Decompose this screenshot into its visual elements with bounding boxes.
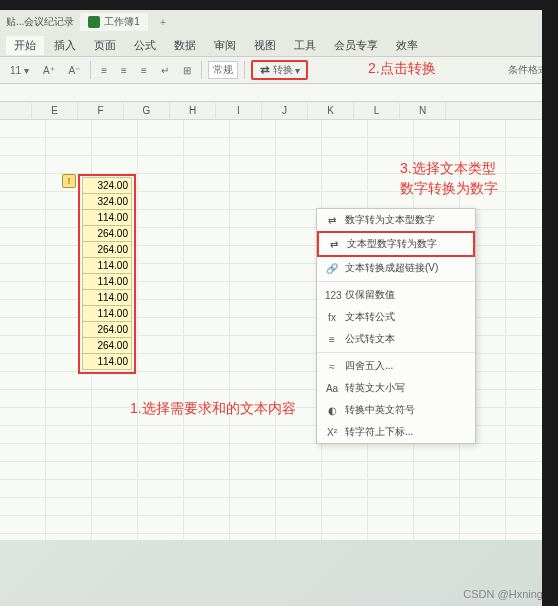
menu-punct[interactable]: ◐转换中英文符号	[317, 399, 475, 421]
fx-icon: fx	[325, 312, 339, 323]
sup-icon: X²	[325, 427, 339, 438]
cell[interactable]: 324.00	[82, 177, 132, 194]
col-header[interactable]: K	[308, 102, 354, 119]
menu-round[interactable]: ≈四舍五入...	[317, 355, 475, 377]
menu-member[interactable]: 会员专享	[326, 36, 386, 55]
font-grow[interactable]: A⁺	[39, 64, 59, 77]
text-icon: ≡	[325, 334, 339, 345]
col-header[interactable]: G	[124, 102, 170, 119]
menu-start[interactable]: 开始	[6, 36, 44, 55]
font-shrink[interactable]: A⁻	[65, 64, 85, 77]
swap-icon: ⇄	[327, 239, 341, 250]
menu-review[interactable]: 审阅	[206, 36, 244, 55]
col-header[interactable]: J	[262, 102, 308, 119]
font-size[interactable]: 11 ▾	[6, 64, 33, 77]
align-left-icon[interactable]: ≡	[97, 64, 111, 77]
new-tab-button[interactable]: +	[160, 17, 166, 28]
cell[interactable]: 264.00	[82, 337, 132, 354]
menu-tools[interactable]: 工具	[286, 36, 324, 55]
menu-efficiency[interactable]: 效率	[388, 36, 426, 55]
punct-icon: ◐	[325, 405, 339, 416]
document-tab[interactable]: 工作簿1	[80, 13, 148, 31]
cell[interactable]: 324.00	[82, 193, 132, 210]
col-header[interactable]: E	[32, 102, 78, 119]
link-icon: 🔗	[325, 263, 339, 274]
cell[interactable]: 264.00	[82, 225, 132, 242]
wrap-icon[interactable]: ↵	[157, 64, 173, 77]
error-indicator-icon[interactable]: !	[62, 174, 76, 188]
menu-keep-values[interactable]: 123仅保留数值	[317, 284, 475, 306]
cell[interactable]: 264.00	[82, 321, 132, 338]
menu-case[interactable]: Aa转英文大小写	[317, 377, 475, 399]
column-headers: E F G H I J K L N	[0, 102, 558, 120]
menu-insert[interactable]: 插入	[46, 36, 84, 55]
title-bar: 贴...会议纪记录 工作簿1 +	[0, 10, 558, 34]
convert-label: 转换	[273, 63, 293, 77]
swap-icon: ⇄	[325, 215, 339, 226]
number-format-select[interactable]: 常规	[208, 61, 238, 79]
menu-data[interactable]: 数据	[166, 36, 204, 55]
cell[interactable]: 114.00	[82, 305, 132, 322]
convert-button[interactable]: 转换 ▾	[251, 60, 308, 80]
merge-icon[interactable]: ⊞	[179, 64, 195, 77]
menu-bar: 开始 插入 页面 公式 数据 审阅 视图 工具 会员专享 效率	[0, 34, 558, 56]
align-center-icon[interactable]: ≡	[117, 64, 131, 77]
cell[interactable]: 264.00	[82, 241, 132, 258]
menu-formula-to-text[interactable]: ≡公式转文本	[317, 328, 475, 350]
align-right-icon[interactable]: ≡	[137, 64, 151, 77]
col-header[interactable]: L	[354, 102, 400, 119]
select-all-corner[interactable]	[0, 102, 32, 119]
toolbar: 11 ▾ A⁺ A⁻ ≡ ≡ ≡ ↵ ⊞ 常规 转换 ▾ 条件格式	[0, 56, 558, 84]
col-header[interactable]: H	[170, 102, 216, 119]
menu-formula[interactable]: 公式	[126, 36, 164, 55]
doc-name: 工作簿1	[104, 15, 140, 29]
col-header[interactable]: F	[78, 102, 124, 119]
wps-icon	[88, 16, 100, 28]
cell[interactable]: 114.00	[82, 353, 132, 370]
cell[interactable]: 114.00	[82, 289, 132, 306]
col-header[interactable]: N	[400, 102, 446, 119]
menu-view[interactable]: 视图	[246, 36, 284, 55]
watermark: CSDN @Hxning.	[463, 588, 546, 600]
convert-icon	[259, 64, 271, 76]
menu-page[interactable]: 页面	[86, 36, 124, 55]
menu-text-to-formula[interactable]: fx文本转公式	[317, 306, 475, 328]
left-tab[interactable]: 贴...会议纪记录	[6, 15, 74, 29]
cell[interactable]: 114.00	[82, 257, 132, 274]
menu-num-to-text[interactable]: ⇄数字转为文本型数字	[317, 209, 475, 231]
convert-dropdown: ⇄数字转为文本型数字 ⇄文本型数字转为数字 🔗文本转换成超链接(V) 123仅保…	[316, 208, 476, 444]
menu-text-to-link[interactable]: 🔗文本转换成超链接(V)	[317, 257, 475, 279]
col-header[interactable]: I	[216, 102, 262, 119]
cell[interactable]: 114.00	[82, 273, 132, 290]
round-icon: ≈	[325, 361, 339, 372]
formula-bar[interactable]	[0, 84, 558, 102]
spreadsheet-grid[interactable]: ! 324.00 324.00 114.00 264.00 264.00 114…	[0, 120, 558, 540]
case-icon: Aa	[325, 383, 339, 394]
menu-subscript[interactable]: X²转字符上下标...	[317, 421, 475, 443]
number-icon: 123	[325, 290, 339, 301]
cell[interactable]: 114.00	[82, 209, 132, 226]
menu-text-to-num[interactable]: ⇄文本型数字转为数字	[317, 231, 475, 257]
selected-range[interactable]: ! 324.00 324.00 114.00 264.00 264.00 114…	[78, 174, 136, 374]
